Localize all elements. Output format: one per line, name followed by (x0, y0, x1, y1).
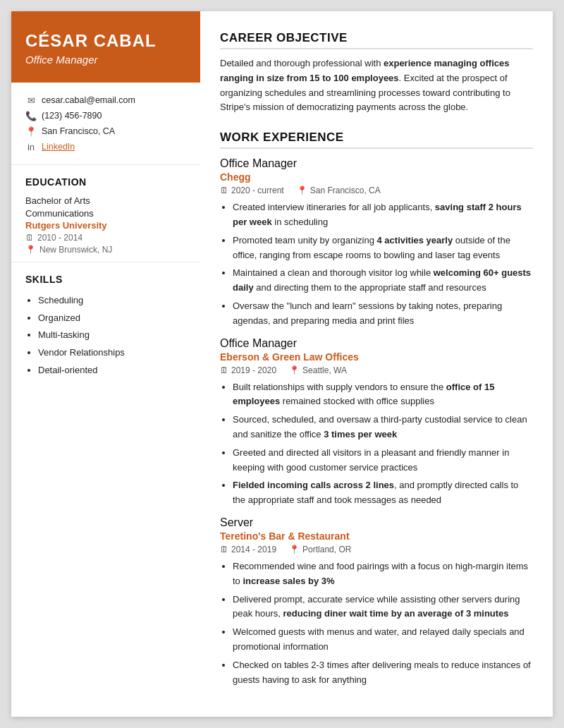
skill-item: Scheduling (38, 292, 186, 310)
job-2-location: 📍 Seattle, WA (289, 365, 347, 375)
work-experience-title: WORK EXPERIENCE (220, 131, 533, 149)
bullet: Promoted team unity by organizing 4 acti… (233, 233, 533, 263)
job-3-location: 📍 Portland, OR (289, 545, 351, 554)
skills-title: SKILLS (25, 274, 186, 285)
job-3-bullets: Recommended wine and food pairings with … (220, 559, 533, 687)
sidebar: CÉSAR CABAL Office Manager ✉ cesar.cabal… (11, 11, 200, 717)
bullet: Sourced, scheduled, and oversaw a third-… (233, 413, 533, 442)
bullet: Greeted and directed all visitors in a p… (233, 446, 533, 475)
job-3: Server Teretino's Bar & Restaurant 🗓 201… (220, 516, 533, 687)
candidate-title: Office Manager (25, 54, 186, 66)
linkedin-icon: in (25, 142, 37, 152)
job-1-company: Chegg (220, 171, 533, 183)
job-1-bullets: Created interview itineraries for all jo… (220, 200, 533, 328)
calendar-icon-2: 🗓 (220, 365, 228, 375)
career-objective-title: CAREER OBJECTIVE (220, 31, 533, 49)
job-2-company: Eberson & Green Law Offices (220, 351, 533, 363)
phone-value: (123) 456-7890 (42, 111, 102, 121)
job-3-company: Teretino's Bar & Restaurant (220, 530, 533, 542)
skills-section: SKILLS SchedulingOrganizedMulti-taskingV… (11, 262, 200, 386)
edu-school: Rutgers University (25, 220, 186, 231)
bullet: Built relationships with supply vendors … (233, 380, 533, 410)
calendar-icon-3: 🗓 (220, 545, 228, 554)
skill-item: Vendor Relationships (38, 344, 186, 362)
job-1-meta: 🗓 2020 - current 📍 San Francisco, CA (220, 186, 533, 195)
calendar-icon-1: 🗓 (220, 186, 228, 195)
phone-item: 📞 (123) 456-7890 (25, 111, 186, 121)
job-3-title: Server (220, 516, 533, 529)
job-1-title: Office Manager (220, 157, 533, 170)
bullet: Delivered prompt, accurate service while… (233, 593, 533, 622)
skills-list: SchedulingOrganizedMulti-taskingVendor R… (25, 292, 186, 379)
resume-container: CÉSAR CABAL Office Manager ✉ cesar.cabal… (11, 11, 553, 717)
location-icon-3: 📍 (289, 545, 300, 554)
location-icon-1: 📍 (297, 186, 307, 195)
career-objective-section: CAREER OBJECTIVE Detailed and thorough p… (220, 31, 533, 115)
phone-icon: 📞 (25, 111, 37, 121)
bullet: Checked on tables 2-3 times after delive… (233, 658, 533, 688)
job-1-years: 🗓 2020 - current (220, 186, 284, 195)
email-icon: ✉ (25, 95, 37, 106)
education-section: EDUCATION Bachelor of Arts Communication… (11, 165, 200, 262)
calendar-icon: 🗓 (25, 233, 34, 243)
job-2-bullets: Built relationships with supply vendors … (220, 380, 533, 508)
job-1: Office Manager Chegg 🗓 2020 - current 📍 … (220, 157, 533, 328)
bullet: Fielded incoming calls across 2 lines, a… (233, 478, 533, 508)
edu-location-icon: 📍 (25, 245, 36, 255)
linkedin-link[interactable]: LinkedIn (42, 142, 75, 152)
job-3-years: 🗓 2014 - 2019 (220, 545, 276, 554)
education-title: EDUCATION (25, 176, 186, 188)
location-icon: 📍 (25, 126, 37, 137)
bullet: Maintained a clean and thorough visitor … (233, 266, 533, 296)
job-1-location: 📍 San Francisco, CA (297, 186, 381, 195)
job-2-years: 🗓 2019 - 2020 (220, 365, 276, 375)
bullet: Created interview itineraries for all jo… (233, 200, 533, 230)
bullet: Recommended wine and food pairings with … (233, 559, 533, 589)
location-item: 📍 San Francisco, CA (25, 126, 186, 137)
career-objective-text: Detailed and thorough professional with … (220, 56, 533, 115)
skill-item: Multi-tasking (38, 327, 186, 344)
work-experience-section: WORK EXPERIENCE Office Manager Chegg 🗓 2… (220, 131, 533, 687)
edu-degree: Bachelor of Arts Communications (25, 195, 186, 220)
bullet: Welcomed guests with menus and water, an… (233, 625, 533, 655)
job-2: Office Manager Eberson & Green Law Offic… (220, 337, 533, 508)
edu-location: 📍 New Brunswick, NJ (25, 245, 186, 255)
location-icon-2: 📍 (289, 365, 300, 375)
email-value: cesar.cabal@email.com (42, 95, 135, 105)
location-value: San Francisco, CA (42, 126, 115, 136)
email-item: ✉ cesar.cabal@email.com (25, 95, 186, 106)
skill-item: Detail-oriented (38, 362, 186, 380)
main-content: CAREER OBJECTIVE Detailed and thorough p… (200, 11, 553, 717)
contact-section: ✉ cesar.cabal@email.com 📞 (123) 456-7890… (11, 83, 200, 165)
edu-years: 🗓 2010 - 2014 (25, 233, 186, 243)
sidebar-header: CÉSAR CABAL Office Manager (11, 11, 200, 83)
skill-item: Organized (38, 310, 186, 327)
bullet: Oversaw the "lunch and learn" sessions b… (233, 299, 533, 329)
job-2-meta: 🗓 2019 - 2020 📍 Seattle, WA (220, 365, 533, 375)
job-3-meta: 🗓 2014 - 2019 📍 Portland, OR (220, 545, 533, 554)
job-2-title: Office Manager (220, 337, 533, 350)
linkedin-item[interactable]: in LinkedIn (25, 142, 186, 152)
candidate-name: CÉSAR CABAL (25, 31, 186, 51)
